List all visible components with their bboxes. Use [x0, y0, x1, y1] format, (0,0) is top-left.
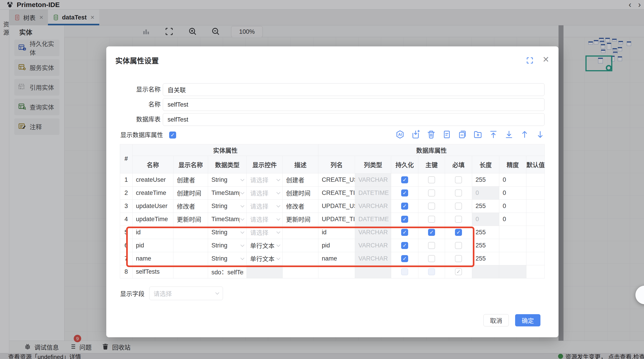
- cell-default[interactable]: [526, 173, 545, 187]
- toolbar-move-up-icon[interactable]: [520, 130, 529, 140]
- cell-precision[interactable]: 0: [499, 213, 526, 226]
- cell-length[interactable]: 255: [472, 239, 499, 252]
- cell-display-name[interactable]: 修改者: [174, 200, 208, 213]
- cell-default[interactable]: [526, 187, 545, 200]
- cell-column-name[interactable]: UPDATE_TIME: [318, 213, 355, 226]
- checkbox[interactable]: [428, 189, 435, 196]
- cell-default[interactable]: [526, 265, 545, 278]
- checkbox[interactable]: [455, 216, 462, 223]
- cell-length[interactable]: 0: [472, 187, 499, 200]
- cell-control[interactable]: 请选择: [247, 173, 283, 187]
- toolbar-move-bottom-icon[interactable]: [504, 130, 514, 140]
- db-table-label: 数据库表: [106, 113, 160, 126]
- display-name-field[interactable]: 自关联: [163, 83, 544, 96]
- cell-control[interactable]: [247, 265, 283, 278]
- cell-default[interactable]: [526, 213, 545, 226]
- db-table-field[interactable]: selfTest: [163, 113, 544, 126]
- cell-display-name[interactable]: [174, 265, 208, 278]
- cell-precision[interactable]: [499, 252, 526, 265]
- toolbar-import-icon[interactable]: [411, 130, 420, 140]
- toolbar-delete-icon[interactable]: [426, 130, 436, 140]
- cell-control[interactable]: 请选择: [247, 200, 283, 213]
- ok-button[interactable]: 确定: [515, 314, 540, 326]
- checkbox[interactable]: [428, 203, 435, 210]
- cell-data-type[interactable]: String: [208, 173, 247, 187]
- cell-default[interactable]: [526, 252, 545, 265]
- toolbar-move-top-icon[interactable]: [489, 130, 498, 140]
- chevron-down-icon: [216, 291, 219, 295]
- checkbox[interactable]: [455, 203, 462, 210]
- cell-precision[interactable]: 0: [499, 200, 526, 213]
- cell-length[interactable]: 255: [472, 226, 499, 239]
- cell-default[interactable]: [526, 200, 545, 213]
- checkbox[interactable]: ✓: [455, 268, 462, 275]
- cell-precision[interactable]: [499, 239, 526, 252]
- cell-control[interactable]: 请选择: [247, 187, 283, 200]
- display-field-select[interactable]: 请选择: [149, 286, 223, 300]
- cell-precision[interactable]: 0: [499, 173, 526, 187]
- cell-display-name[interactable]: 创建者: [174, 173, 208, 187]
- cell-index: 1: [120, 173, 132, 187]
- chevron-down-icon: [240, 190, 244, 194]
- checkbox[interactable]: ✓: [401, 189, 408, 196]
- cell-data-type[interactable]: TimeStamp: [208, 187, 247, 200]
- name-field[interactable]: selfTest: [163, 98, 544, 111]
- toolbar-document-icon[interactable]: [442, 130, 452, 140]
- cell-default[interactable]: [526, 226, 545, 239]
- cell-display-name[interactable]: 更新时间: [174, 213, 208, 226]
- cell-data-type[interactable]: TimeStamp: [208, 213, 247, 226]
- cell-display-name[interactable]: 创建时间: [174, 187, 208, 200]
- cell-default[interactable]: [526, 239, 545, 252]
- toolbar-ai-icon[interactable]: AI: [395, 130, 405, 140]
- cell-name[interactable]: createUser: [132, 173, 174, 187]
- cell-length[interactable]: 255: [472, 252, 499, 265]
- cell-length[interactable]: 0: [472, 213, 499, 226]
- cell-length[interactable]: 255: [472, 200, 499, 213]
- cell-control[interactable]: 请选择: [247, 213, 283, 226]
- cell-column-name[interactable]: CREATE_TIME: [318, 187, 355, 200]
- cancel-button[interactable]: 取消: [484, 314, 509, 326]
- close-icon[interactable]: ✕: [541, 55, 551, 65]
- col-header: 必填: [445, 156, 472, 173]
- checkbox[interactable]: [428, 176, 435, 183]
- checkbox[interactable]: [428, 216, 435, 223]
- cell-precision[interactable]: [499, 226, 526, 239]
- col-header: 描述: [283, 156, 318, 173]
- toolbar-folder-add-icon[interactable]: [473, 130, 482, 140]
- cell-name[interactable]: createTime: [132, 187, 174, 200]
- toolbar-copy-icon[interactable]: [458, 130, 467, 140]
- table-row: 2 createTime 创建时间 TimeStamp 请选择 创建时间 CRE…: [120, 187, 545, 200]
- cell-name[interactable]: updateUser: [132, 200, 174, 213]
- cell-column-type: DATETIME: [355, 187, 391, 200]
- cell-column-name[interactable]: UPDATE_USER: [318, 200, 355, 213]
- maximize-icon[interactable]: [526, 56, 534, 65]
- checkbox[interactable]: [455, 189, 462, 196]
- cell-description[interactable]: 创建者: [283, 173, 318, 187]
- cell-required: [445, 213, 472, 226]
- cell-name[interactable]: updateTime: [132, 213, 174, 226]
- cell-description[interactable]: 修改者: [283, 200, 318, 213]
- cell-data-type[interactable]: String: [208, 200, 247, 213]
- toolbar-move-down-icon[interactable]: [536, 130, 545, 140]
- chevron-down-icon: [276, 203, 280, 207]
- cell-length[interactable]: 255: [472, 173, 499, 187]
- checkbox[interactable]: ✓: [401, 176, 408, 183]
- cell-name[interactable]: selfTests: [132, 265, 174, 278]
- checkbox[interactable]: [455, 176, 462, 183]
- cell-description[interactable]: 更新时间: [283, 213, 318, 226]
- cell-precision[interactable]: [499, 265, 526, 278]
- cell-description[interactable]: 创建时间: [283, 187, 318, 200]
- cell-description[interactable]: [283, 265, 318, 278]
- cell-length[interactable]: [472, 265, 499, 278]
- group-header-entity: 实体属性: [132, 144, 318, 156]
- checkbox[interactable]: [401, 268, 408, 275]
- checkbox[interactable]: ✓: [401, 216, 408, 223]
- checkbox[interactable]: ✓: [401, 203, 408, 210]
- cell-precision[interactable]: 0: [499, 187, 526, 200]
- show-db-attrs-checkbox[interactable]: ✓: [169, 132, 176, 139]
- cell-column-name[interactable]: [318, 265, 355, 278]
- cell-data-type[interactable]: sdo：selfTests: [208, 265, 247, 278]
- chevron-down-icon: [240, 177, 244, 181]
- cell-column-name[interactable]: CREATE_USER: [318, 173, 355, 187]
- checkbox[interactable]: [428, 268, 435, 275]
